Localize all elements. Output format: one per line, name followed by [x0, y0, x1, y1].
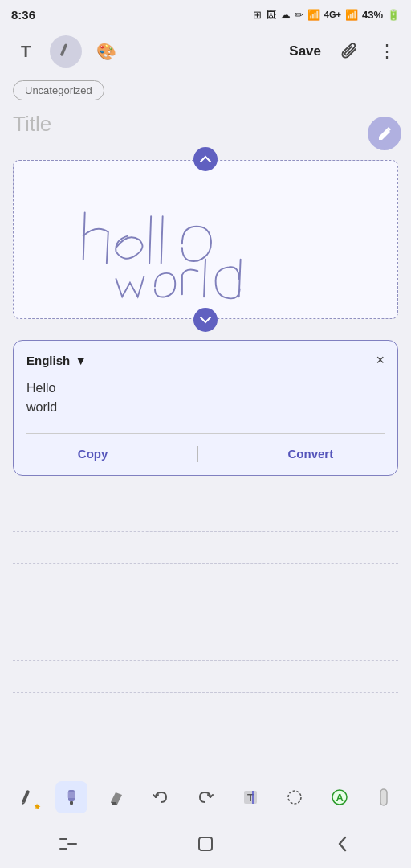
handwriting-box[interactable] — [13, 160, 398, 319]
svg-rect-1 — [70, 801, 73, 805]
svg-rect-16 — [199, 837, 212, 850]
status-bar: 8:36 ⊞ 🖼 ☁ ✏ 📶 4G+ 📶 43% 🔋 — [0, 0, 411, 29]
translation-close-button[interactable]: × — [376, 352, 385, 369]
handwriting-svg — [26, 174, 385, 302]
undo-button[interactable] — [144, 781, 177, 813]
scroll-button[interactable] — [368, 781, 400, 813]
title-divider — [13, 145, 398, 145]
pen-tool-button[interactable] — [50, 35, 82, 68]
home-button[interactable] — [181, 828, 230, 860]
translation-actions: Copy Convert — [26, 433, 385, 464]
image-icon: 🖼 — [266, 9, 276, 21]
language-selector[interactable]: English ▼ — [26, 354, 87, 367]
copy-button[interactable]: Copy — [65, 444, 121, 464]
battery-text: 43% — [362, 9, 383, 21]
note-lines-area — [0, 500, 411, 693]
redo-button[interactable] — [189, 781, 222, 813]
save-button[interactable]: Save — [283, 40, 328, 63]
bottom-toolbar: ★ T — [0, 775, 411, 820]
more-button[interactable]: ⋮ — [372, 37, 401, 66]
signal-icon: 📶 — [345, 9, 358, 21]
note-line — [13, 661, 398, 693]
note-line — [13, 532, 398, 564]
collapse-top-button[interactable] — [193, 147, 218, 171]
lte-icon: 4G+ — [324, 10, 341, 19]
dropdown-icon: ▼ — [75, 354, 87, 367]
language-label: English — [26, 354, 70, 367]
toolbar-right: Save ⋮ — [283, 37, 401, 66]
pencil-tool-button[interactable]: ★ — [11, 781, 43, 813]
eraser-tool-button[interactable] — [100, 781, 132, 813]
palette-tool-button[interactable]: 🎨 — [90, 35, 122, 68]
wifi-icon: 📶 — [307, 9, 320, 21]
back-button[interactable] — [319, 828, 367, 860]
collapse-bottom-button[interactable] — [193, 308, 218, 332]
toolbar-left: T 🎨 — [10, 35, 276, 68]
menu-button[interactable] — [44, 828, 92, 860]
translated-text: Hello world — [26, 379, 385, 417]
attach-button[interactable] — [336, 37, 364, 66]
fab-edit-button[interactable] — [368, 117, 401, 150]
translation-header: English ▼ × — [26, 352, 385, 369]
svg-point-8 — [288, 791, 301, 804]
text-insert-button[interactable]: T — [234, 781, 267, 813]
category-area: Uncategorized — [0, 74, 411, 104]
svg-text:A: A — [336, 792, 344, 804]
note-line — [13, 564, 398, 596]
grammarly-button[interactable]: A — [324, 781, 356, 813]
grid-icon: ⊞ — [253, 9, 262, 21]
svg-rect-12 — [380, 789, 387, 805]
translation-panel: English ▼ × Hello world Copy Convert — [13, 340, 398, 476]
note-line — [13, 596, 398, 628]
convert-button[interactable]: Convert — [275, 444, 346, 464]
action-divider — [197, 446, 198, 462]
battery-icon: 🔋 — [387, 9, 400, 21]
category-tag[interactable]: Uncategorized — [13, 80, 104, 100]
note-line — [13, 628, 398, 661]
main-toolbar: T 🎨 Save ⋮ — [0, 29, 411, 74]
note-line — [13, 500, 398, 532]
lasso-select-button[interactable] — [279, 781, 311, 813]
text-tool-icon: T — [21, 43, 31, 61]
more-icon: ⋮ — [378, 41, 396, 62]
palette-icon: 🎨 — [96, 42, 116, 61]
highlighter-tool-button[interactable] — [55, 781, 87, 813]
note-title[interactable]: Title — [0, 104, 411, 140]
text-tool-button[interactable]: T — [10, 35, 42, 68]
handwriting-container — [13, 160, 398, 319]
status-time: 8:36 — [11, 8, 35, 22]
pencil-star-icon: ★ — [35, 803, 41, 811]
status-icons: ⊞ 🖼 ☁ ✏ 📶 4G+ 📶 43% 🔋 — [253, 9, 400, 21]
cloud-icon: ☁ — [280, 9, 291, 21]
edit-icon: ✏ — [295, 9, 303, 21]
pen-tool-icon — [57, 41, 75, 63]
translated-text-content: Hello world — [26, 381, 57, 414]
nav-bar — [0, 820, 411, 868]
svg-rect-2 — [67, 792, 75, 798]
